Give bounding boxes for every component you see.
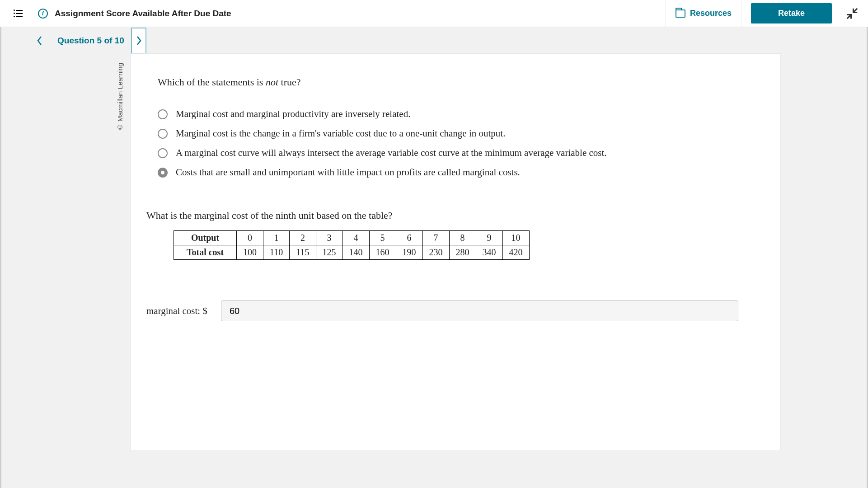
resources-button[interactable]: Resources (665, 0, 742, 27)
totalcost-cell: 420 (502, 245, 529, 260)
output-cell: 2 (290, 231, 316, 245)
output-cell: 3 (316, 231, 343, 245)
output-cell: 7 (422, 231, 449, 245)
choice-3[interactable]: Costs that are small and unimportant wit… (158, 167, 762, 178)
choices-group: Marginal cost and marginal productivity … (158, 108, 762, 178)
output-cell: 10 (502, 231, 529, 245)
output-cell: 6 (396, 231, 422, 245)
question-counter: Question 5 of 10 (47, 36, 131, 46)
output-cell: 4 (343, 231, 369, 245)
workspace: Question 5 of 10 © Macmillan Learning Wh… (0, 27, 868, 488)
question-nav: Question 5 of 10 (1, 27, 867, 54)
totalcost-cell: 280 (449, 245, 476, 260)
answer-label: marginal cost: $ (146, 305, 207, 317)
prev-question-button[interactable] (32, 28, 47, 54)
choice-0[interactable]: Marginal cost and marginal productivity … (158, 108, 762, 120)
totalcost-cell: 160 (369, 245, 396, 260)
totalcost-cell: 115 (290, 245, 316, 260)
choice-text: Costs that are small and unimportant wit… (176, 167, 520, 178)
radio-icon (158, 129, 168, 139)
collapse-icon[interactable] (845, 7, 859, 20)
marginal-cost-input[interactable] (221, 300, 738, 321)
next-question-button[interactable] (131, 28, 146, 54)
radio-icon (158, 148, 168, 158)
cost-table: Output012345678910 Total cost10011011512… (174, 230, 530, 260)
copyright-text: © Macmillan Learning (116, 63, 124, 131)
output-cell: 9 (476, 231, 502, 245)
radio-icon (158, 168, 168, 178)
choice-1[interactable]: Marginal cost is the change in a firm's … (158, 128, 762, 139)
answer-row: marginal cost: $ (146, 300, 762, 321)
output-cell: 8 (449, 231, 476, 245)
top-bar: i Assignment Score Available After Due D… (0, 0, 868, 27)
retake-button[interactable]: Retake (751, 3, 832, 23)
totalcost-cell: 190 (396, 245, 422, 260)
output-cell: 5 (369, 231, 396, 245)
totalcost-cell: 125 (316, 245, 343, 260)
question1-stem: Which of the statements is not true? (158, 76, 762, 88)
choice-2[interactable]: A marginal cost curve will always inters… (158, 147, 762, 159)
output-cell: 1 (263, 231, 290, 245)
page-title: Assignment Score Available After Due Dat… (55, 9, 231, 19)
info-icon[interactable]: i (38, 9, 48, 19)
choice-text: A marginal cost curve will always inters… (176, 147, 607, 159)
totalcost-cell: 340 (476, 245, 502, 260)
totalcost-cell: 230 (422, 245, 449, 260)
output-row-label: Output (174, 231, 237, 245)
menu-icon[interactable] (14, 8, 24, 19)
question-panel: © Macmillan Learning Which of the statem… (130, 53, 781, 451)
radio-icon (158, 109, 168, 119)
output-cell: 0 (237, 231, 263, 245)
totalcost-cell: 110 (263, 245, 290, 260)
question2-stem: What is the marginal cost of the ninth u… (146, 210, 762, 221)
resources-label: Resources (690, 9, 732, 18)
folder-icon (676, 9, 685, 18)
choice-text: Marginal cost and marginal productivity … (176, 108, 410, 120)
totalcost-cell: 100 (237, 245, 263, 260)
choice-text: Marginal cost is the change in a firm's … (176, 128, 505, 139)
totalcost-cell: 140 (343, 245, 369, 260)
totalcost-row-label: Total cost (174, 245, 237, 260)
